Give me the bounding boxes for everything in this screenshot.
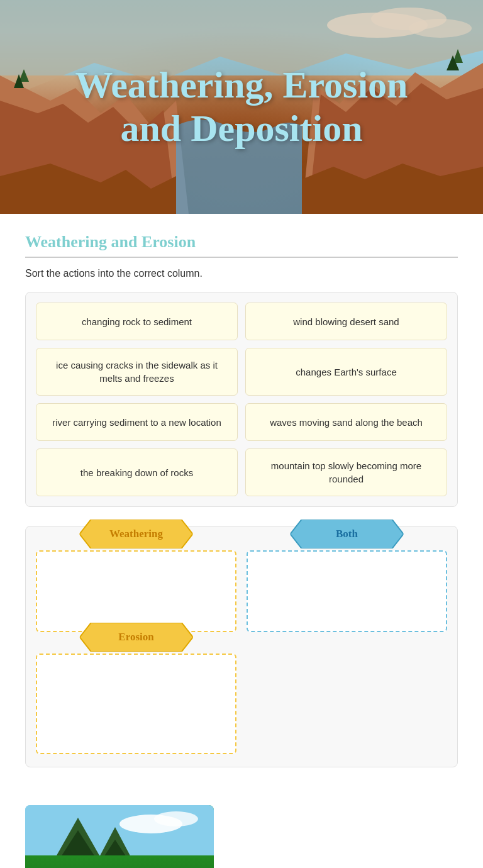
card-8[interactable]: mountain top slowly becoming more rounde… xyxy=(245,448,447,496)
both-banner: Both xyxy=(317,528,377,540)
weathering-label: Weathering xyxy=(91,528,182,540)
weathering-dropzone[interactable] xyxy=(36,550,236,632)
bottom-image xyxy=(25,805,214,868)
both-label: Both xyxy=(317,528,377,540)
card-7[interactable]: the breaking down of rocks xyxy=(36,448,238,496)
card-5[interactable]: river carrying sediment to a new locatio… xyxy=(36,403,238,441)
erosion-dropzone[interactable] xyxy=(36,654,236,754)
card-6[interactable]: waves moving sand along the beach xyxy=(245,403,447,441)
svg-rect-21 xyxy=(113,855,117,868)
svg-point-16 xyxy=(154,811,198,826)
erosion-banner-shape: Erosion xyxy=(99,631,172,643)
erosion-label: Erosion xyxy=(99,631,172,643)
weathering-banner: Weathering xyxy=(91,528,182,540)
sort-instructions: Sort the actions into the correct column… xyxy=(25,268,458,279)
hero-title: Weathering, Erosion and Deposition xyxy=(63,51,421,163)
bottom-image-section xyxy=(0,805,483,868)
dropzones-container: Weathering Both xyxy=(25,526,458,767)
card-3[interactable]: ice causing cracks in the sidewalk as it… xyxy=(36,348,238,396)
erosion-zone-wrapper: Erosion xyxy=(36,642,236,754)
weathering-zone-wrapper: Weathering xyxy=(36,539,236,632)
hero-banner: Weathering, Erosion and Deposition xyxy=(0,0,483,214)
both-zone-wrapper: Both xyxy=(247,539,447,632)
bottom-image-svg xyxy=(25,805,214,868)
cards-container: changing rock to sediment wind blowing d… xyxy=(25,292,458,507)
section-title: Weathering and Erosion xyxy=(25,233,458,258)
dropzones-row-1: Weathering Both xyxy=(36,539,447,632)
main-content: Weathering and Erosion Sort the actions … xyxy=(0,214,483,805)
card-4[interactable]: changes Earth's surface xyxy=(245,348,447,396)
empty-space xyxy=(247,642,447,754)
card-2[interactable]: wind blowing desert sand xyxy=(245,303,447,340)
both-banner-shape: Both xyxy=(317,528,377,540)
card-1[interactable]: changing rock to sediment xyxy=(36,303,238,340)
weathering-banner-shape: Weathering xyxy=(91,528,182,540)
dropzones-row-2: Erosion xyxy=(36,642,447,754)
both-dropzone[interactable] xyxy=(247,550,447,632)
erosion-banner: Erosion xyxy=(99,631,172,643)
